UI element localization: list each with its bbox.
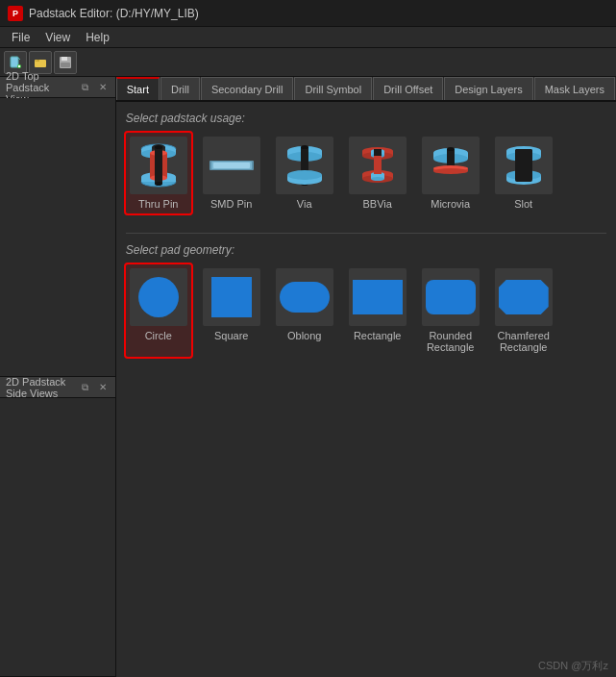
svg-point-22 bbox=[155, 145, 162, 149]
rounded-rectangle-shape-icon bbox=[422, 268, 480, 326]
pad-item-smd-pin[interactable]: SMD Pin bbox=[199, 133, 264, 213]
microvia-icon-container bbox=[422, 137, 480, 194]
bbvia-label: BBVia bbox=[363, 198, 392, 210]
side-view-header: 2D Padstack Side Views ⧉ ✕ bbox=[0, 377, 115, 398]
thru-pin-icon bbox=[130, 137, 187, 194]
rounded-rectangle-label: Rounded Rectangle bbox=[422, 330, 480, 353]
svg-rect-49 bbox=[374, 156, 382, 174]
svg-point-58 bbox=[433, 168, 468, 174]
pad-item-slot[interactable]: Slot bbox=[491, 133, 556, 213]
top-view-close-icon[interactable]: ✕ bbox=[96, 81, 110, 94]
toolbar bbox=[0, 48, 616, 77]
tab-start[interactable]: Start bbox=[116, 77, 160, 100]
tab-drill-symbol[interactable]: Drill Symbol bbox=[294, 77, 372, 100]
square-label: Square bbox=[214, 330, 248, 341]
pad-item-oblong[interactable]: Oblong bbox=[272, 264, 337, 357]
svg-point-48 bbox=[371, 177, 384, 181]
side-view-float-icon[interactable]: ⧉ bbox=[79, 381, 92, 394]
title-bar: P Padstack Editor: (D:/HY/MY_LIB) bbox=[0, 0, 616, 27]
pad-item-circle[interactable]: Circle bbox=[126, 264, 191, 357]
tabs-bar: Start Drill Secondary Drill Drill Symbol… bbox=[116, 77, 616, 102]
geometry-items-grid: Circle Square Oblong bbox=[126, 264, 606, 357]
square-shape-icon bbox=[203, 268, 260, 326]
side-view-close-icon[interactable]: ✕ bbox=[96, 381, 110, 394]
chamfered-rectangle-shape-icon bbox=[495, 268, 553, 326]
oblong-label: Oblong bbox=[287, 330, 321, 341]
top-view-content bbox=[0, 98, 115, 376]
menu-file[interactable]: File bbox=[4, 29, 37, 46]
pad-item-rounded-rectangle[interactable]: Rounded Rectangle bbox=[418, 264, 483, 357]
via-label: Via bbox=[297, 198, 312, 210]
bbvia-icon-container bbox=[349, 137, 407, 194]
rectangle-shape bbox=[353, 280, 403, 314]
side-view-controls: ⧉ ✕ bbox=[79, 381, 110, 394]
pad-item-chamfered-rectangle[interactable]: Chamfered Rectangle bbox=[491, 264, 556, 357]
rounded-rectangle-shape bbox=[426, 280, 476, 314]
via-icon-container bbox=[276, 137, 333, 194]
pad-item-bbvia[interactable]: BBVia bbox=[345, 133, 410, 213]
circle-shape-icon bbox=[130, 268, 187, 326]
tab-drill-offset[interactable]: Drill Offset bbox=[373, 77, 443, 100]
menu-help[interactable]: Help bbox=[78, 29, 117, 46]
rectangle-shape-icon bbox=[349, 268, 407, 326]
pad-item-thru-pin[interactable]: Thru Pin bbox=[126, 133, 191, 213]
square-shape bbox=[211, 277, 252, 317]
pad-item-microvia[interactable]: Microvia bbox=[418, 133, 483, 213]
right-panel: Start Drill Secondary Drill Drill Symbol… bbox=[116, 77, 616, 677]
menu-view[interactable]: View bbox=[37, 29, 78, 46]
rectangle-label: Rectangle bbox=[354, 330, 402, 341]
smd-pin-icon-container bbox=[203, 137, 260, 194]
slot-icon-container bbox=[495, 137, 553, 194]
padstack-items-grid: Thru Pin SMD Pin bbox=[126, 133, 606, 213]
pad-geometry-section: Select pad geometry: Circle bbox=[126, 243, 606, 357]
svg-point-35 bbox=[287, 170, 322, 180]
pad-geometry-label: Select pad geometry: bbox=[126, 243, 606, 257]
svg-point-31 bbox=[301, 145, 308, 149]
pad-item-via[interactable]: Via bbox=[272, 133, 337, 213]
chamfered-rectangle-shape bbox=[499, 280, 549, 314]
top-view-controls: ⧉ ✕ bbox=[79, 81, 110, 94]
slot-label: Slot bbox=[514, 198, 532, 210]
top-view-header: 2D Top Padstack View ⧉ ✕ bbox=[0, 77, 115, 98]
microvia-label: Microvia bbox=[431, 198, 470, 210]
circle-shape bbox=[138, 277, 179, 317]
side-view-content bbox=[0, 398, 115, 676]
padstack-usage-label: Select padstack usage: bbox=[126, 112, 606, 125]
main-layout: 2D Top Padstack View ⧉ ✕ 2D Padstack Sid… bbox=[0, 77, 616, 677]
section-divider bbox=[126, 233, 606, 234]
tab-secondary-drill[interactable]: Secondary Drill bbox=[201, 77, 294, 100]
top-view-float-icon[interactable]: ⧉ bbox=[79, 81, 92, 94]
svg-rect-8 bbox=[61, 63, 70, 67]
menu-bar: File View Help bbox=[0, 27, 616, 48]
tab-design-layers[interactable]: Design Layers bbox=[444, 77, 532, 100]
circle-label: Circle bbox=[145, 330, 172, 341]
svg-rect-0 bbox=[11, 57, 18, 67]
oblong-shape-icon bbox=[276, 268, 333, 326]
tab-mask-layers[interactable]: Mask Layers bbox=[534, 77, 615, 100]
svg-rect-7 bbox=[62, 57, 67, 61]
left-panel: 2D Top Padstack View ⧉ ✕ 2D Padstack Sid… bbox=[0, 77, 116, 677]
pad-item-square[interactable]: Square bbox=[199, 264, 264, 357]
svg-rect-42 bbox=[374, 149, 382, 156]
oblong-shape bbox=[280, 282, 330, 313]
svg-rect-26 bbox=[213, 163, 250, 168]
smd-pin-label: SMD Pin bbox=[210, 198, 252, 210]
watermark: CSDN @万利z bbox=[538, 659, 608, 673]
top-view-section: 2D Top Padstack View ⧉ ✕ bbox=[0, 77, 115, 377]
pad-item-rectangle[interactable]: Rectangle bbox=[345, 264, 410, 357]
content-area: Select padstack usage: bbox=[116, 102, 616, 677]
svg-rect-21 bbox=[155, 147, 162, 184]
side-view-section: 2D Padstack Side Views ⧉ ✕ bbox=[0, 377, 115, 677]
side-view-title: 2D Padstack Side Views bbox=[6, 376, 75, 399]
svg-point-23 bbox=[155, 182, 162, 186]
chamfered-rectangle-label: Chamfered Rectangle bbox=[495, 330, 553, 353]
svg-point-54 bbox=[447, 147, 455, 151]
thru-pin-label: Thru Pin bbox=[138, 198, 179, 210]
padstack-usage-section: Select padstack usage: bbox=[126, 112, 606, 213]
tab-drill[interactable]: Drill bbox=[160, 77, 200, 100]
svg-rect-66 bbox=[515, 149, 532, 182]
app-icon: P bbox=[8, 6, 23, 21]
title-text: Padstack Editor: (D:/HY/MY_LIB) bbox=[29, 7, 199, 20]
